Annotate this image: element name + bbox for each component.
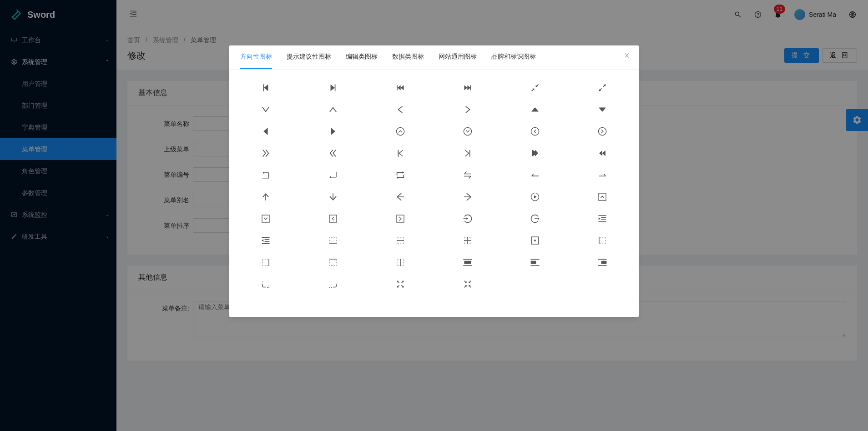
icon-grid [229,70,639,317]
tab-data[interactable]: 数据类图标 [392,45,424,69]
pic-left-icon[interactable] [517,255,553,270]
vertical-left-icon[interactable] [449,146,486,160]
enter-icon[interactable] [315,168,351,182]
svg-rect-107 [397,259,397,259]
svg-rect-63 [605,237,606,237]
fast-backward-icon[interactable] [382,80,419,95]
caret-down-icon[interactable] [584,102,621,117]
border-bottom-icon[interactable] [315,233,351,248]
svg-rect-116 [397,264,397,264]
tab-brand[interactable]: 品牌和标识图标 [491,45,536,69]
svg-rect-74 [605,243,606,244]
caret-right-icon[interactable] [315,124,351,139]
border-outer-icon[interactable] [517,233,553,248]
arrow-down-icon[interactable] [315,190,351,204]
pic-center-icon[interactable] [449,255,486,270]
svg-rect-110 [402,259,402,259]
fullscreen-icon[interactable] [382,277,419,291]
double-left-icon[interactable] [315,146,351,160]
svg-rect-7 [329,215,337,222]
right-icon[interactable] [449,102,486,117]
svg-rect-56 [470,243,471,244]
radius-bottomright-icon[interactable] [315,277,351,291]
svg-rect-86 [262,265,262,266]
pic-right-icon[interactable] [584,255,621,270]
caret-up-icon[interactable] [517,102,553,117]
border-horizontal-icon[interactable] [382,233,419,248]
down-square-icon[interactable] [247,211,284,226]
step-backward-icon[interactable] [247,80,284,95]
menu-unfold-icon[interactable] [247,233,284,248]
svg-rect-84 [262,264,262,264]
menu-fold-icon[interactable] [584,211,621,226]
icon-picker-modal: 方向性图标 提示建议性图标 编辑类图标 数据类图标 网站通用图标 品牌和标识图标 [229,45,639,317]
border-verticle-icon[interactable] [382,255,419,270]
retweet-icon[interactable] [382,168,419,182]
svg-rect-41 [464,237,464,237]
swap-icon[interactable] [449,168,486,182]
swap-right-icon[interactable] [584,168,621,182]
svg-rect-17 [336,240,336,241]
left-icon[interactable] [382,102,419,117]
radius-bottomleft-icon[interactable] [247,277,284,291]
svg-rect-113 [403,261,404,261]
swap-left-icon[interactable] [517,168,553,182]
tab-suggested[interactable]: 提示建议性图标 [287,45,331,69]
border-right-icon[interactable] [247,255,284,270]
svg-rect-76 [264,259,264,259]
up-square-icon[interactable] [584,190,621,204]
svg-rect-100 [329,264,330,264]
rollback-icon[interactable] [247,168,284,182]
arrow-left-icon[interactable] [382,190,419,204]
play-circle-icon[interactable] [517,190,553,204]
right-square-icon[interactable] [382,211,419,226]
svg-rect-37 [399,243,399,244]
backward-icon[interactable] [584,146,621,160]
svg-rect-99 [336,262,336,262]
right-circle-icon[interactable] [584,124,621,139]
svg-rect-98 [329,262,330,262]
tab-web[interactable]: 网站通用图标 [439,45,477,69]
border-top-icon[interactable] [315,255,351,270]
svg-rect-75 [262,259,262,259]
fullscreen-exit-icon[interactable] [449,277,486,291]
svg-rect-12 [334,237,335,237]
shrink-icon[interactable] [517,80,553,95]
double-right-icon[interactable] [247,146,284,160]
vertical-right-icon[interactable] [382,146,419,160]
svg-rect-15 [336,239,336,239]
step-forward-icon[interactable] [315,80,351,95]
left-square-icon[interactable] [315,211,351,226]
svg-rect-97 [336,261,336,261]
left-circle-icon[interactable] [517,124,553,139]
svg-rect-87 [264,265,264,266]
svg-rect-101 [336,264,336,264]
arrow-up-icon[interactable] [247,190,284,204]
tab-editor[interactable]: 编辑类图标 [346,45,378,69]
up-circle-icon[interactable] [382,124,419,139]
arrows-alt-icon[interactable] [584,80,621,95]
login-icon[interactable] [449,211,486,226]
svg-rect-73 [604,243,604,244]
forward-icon[interactable] [517,146,553,160]
down-icon[interactable] [247,102,284,117]
svg-rect-118 [397,265,397,266]
caret-left-icon[interactable] [247,124,284,139]
tab-directional[interactable]: 方向性图标 [240,45,272,69]
svg-rect-115 [403,262,404,262]
svg-rect-6 [262,215,269,222]
border-left-icon[interactable] [584,233,621,248]
svg-rect-47 [470,239,471,239]
svg-rect-38 [400,243,400,244]
svg-rect-121 [402,265,402,266]
svg-rect-102 [329,265,330,266]
svg-rect-26 [399,237,399,237]
up-icon[interactable] [315,102,351,117]
close-icon[interactable] [622,51,631,60]
arrow-right-icon[interactable] [449,190,486,204]
logout-icon[interactable] [517,211,553,226]
down-circle-icon[interactable] [449,124,486,139]
fast-forward-icon[interactable] [449,80,486,95]
border-inner-icon[interactable] [449,233,486,248]
svg-rect-19 [336,242,336,242]
